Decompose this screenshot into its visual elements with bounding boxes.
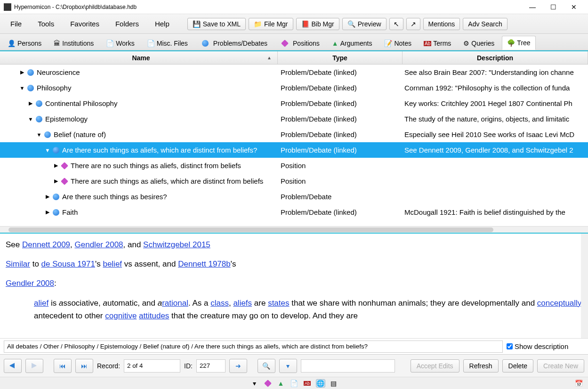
pointer-tool-1-button[interactable]: ↖ (389, 18, 403, 30)
nav-back-button[interactable]: ⯇ (4, 359, 22, 373)
mentions-button[interactable]: Mentions (423, 18, 460, 30)
create-new-button[interactable]: Create New (537, 359, 584, 373)
maximize-button[interactable]: ☐ (543, 0, 564, 14)
term-nav-icon[interactable]: Ab (303, 379, 312, 388)
adv-search-button[interactable]: Adv Search (463, 18, 507, 30)
note-nav-icon[interactable]: 📄 (290, 379, 299, 388)
file-mgr-button[interactable]: 📁File Mgr (249, 18, 293, 30)
row-type: Problem/Debate (278, 193, 403, 201)
table-row[interactable]: ▶Are there such things as besires?Proble… (0, 189, 588, 204)
calendar-icon[interactable]: 📅 (574, 379, 583, 388)
tab-misc-files[interactable]: 📄Misc. Files (142, 37, 193, 50)
tree-toggle-icon[interactable]: ▼ (44, 147, 51, 153)
tab-tree[interactable]: 🌳Tree (502, 36, 535, 50)
link-alief[interactable]: alief (34, 299, 48, 308)
link-gendler-2008[interactable]: Gendler 2008 (75, 240, 123, 249)
table-row[interactable]: ▶FaithProblem/Debate (linked)McDougall 1… (0, 204, 588, 220)
tree-toggle-icon[interactable]: ▶ (27, 100, 34, 106)
tab-problems[interactable]: Problems/Debates (195, 37, 272, 50)
tree-toggle-icon[interactable]: ▶ (44, 209, 51, 215)
link-gendler-2008-b[interactable]: Gendler 2008 (6, 279, 54, 288)
column-name[interactable]: Name▲ (0, 51, 278, 64)
link-dennett-1978b[interactable]: Dennett 1978b (178, 259, 231, 268)
search-field[interactable] (301, 359, 395, 373)
layout-nav-icon[interactable]: ▤ (329, 379, 338, 388)
menu-tools[interactable]: Tools (31, 18, 61, 30)
description-pane[interactable]: See Dennett 2009, Gendler 2008, and Schw… (0, 234, 588, 338)
nav-first-button[interactable]: ⏮ (54, 359, 72, 373)
dropdown-icon[interactable]: ▾ (250, 379, 259, 388)
search-button[interactable]: 🔍 (258, 359, 275, 373)
breadcrumb-field[interactable] (4, 340, 503, 353)
tab-terms[interactable]: AbTerms (419, 37, 456, 50)
tree-toggle-icon[interactable]: ▼ (27, 116, 34, 122)
nav-forward-button[interactable]: ⯈ (25, 359, 43, 373)
title-bar: Hypernomicon - C:\Dropbox\phildb\databas… (0, 0, 588, 14)
link-de-sousa-1971[interactable]: de Sousa 1971 (41, 259, 95, 268)
link-belief[interactable]: belief (103, 259, 122, 268)
tree-toggle-icon[interactable]: ▶ (19, 69, 25, 75)
menu-folders[interactable]: Folders (109, 18, 145, 30)
table-row[interactable]: ▶There are no such things as aliefs, dis… (0, 158, 588, 173)
link-similar[interactable]: Similar (6, 259, 30, 268)
web-nav-icon[interactable]: 🌐 (316, 379, 325, 388)
minimize-button[interactable]: — (522, 0, 543, 14)
position-icon (61, 162, 68, 170)
column-description[interactable]: Description (403, 51, 588, 64)
column-type[interactable]: Type (278, 51, 403, 64)
search-dropdown-button[interactable]: ▾ (279, 359, 297, 373)
link-rational[interactable]: rational (162, 299, 188, 308)
link-attitudes[interactable]: attitudes (139, 311, 169, 320)
save-icon: 💾 (193, 20, 201, 28)
tree-toggle-icon[interactable]: ▶ (53, 178, 59, 184)
tree-toggle-icon[interactable]: ▶ (44, 194, 51, 200)
pointer-tool-2-button[interactable]: ↗ (406, 18, 420, 30)
menu-help[interactable]: Help (148, 18, 176, 30)
link-aliefs[interactable]: aliefs (233, 299, 252, 308)
tree-toggle-icon[interactable]: ▶ (53, 162, 59, 169)
save-to-xml-button[interactable]: 💾Save to XML (187, 18, 246, 30)
table-row[interactable]: ▼Belief (nature of)Problem/Debate (linke… (0, 127, 588, 142)
vertical-scrollbar[interactable] (581, 234, 588, 338)
tree-toggle-icon[interactable]: ▼ (19, 85, 25, 91)
record-field[interactable] (124, 359, 180, 373)
go-to-id-button[interactable]: ➜ (229, 359, 247, 373)
table-row[interactable]: ▼PhilosophyProblem/Debate (linked)Cornma… (0, 80, 588, 96)
id-field[interactable] (196, 359, 226, 373)
tab-queries[interactable]: ⚙Queries (459, 37, 499, 50)
nav-last-button[interactable]: ⏭ (75, 359, 93, 373)
table-row[interactable]: ▶NeuroscienceProblem/Debate (linked)See … (0, 65, 588, 80)
delete-button[interactable]: Delete (502, 359, 533, 373)
table-row[interactable]: ▼EpistemologyProblem/Debate (linked)The … (0, 111, 588, 127)
tab-works[interactable]: 📄Works (101, 37, 139, 50)
link-states[interactable]: states (268, 299, 289, 308)
table-row[interactable]: ▼Are there such things as aliefs, which … (0, 142, 588, 158)
table-row[interactable]: ▶There are such things as aliefs, which … (0, 173, 588, 189)
tree-toggle-icon[interactable]: ▼ (36, 132, 42, 138)
tab-institutions[interactable]: 🏛Institutions (49, 37, 98, 50)
link-conceptually[interactable]: conceptually (537, 299, 582, 308)
bib-mgr-button[interactable]: 📕Bib Mgr (296, 18, 339, 30)
tab-persons[interactable]: 👤Persons (3, 37, 46, 50)
menu-favorites[interactable]: Favorites (64, 18, 106, 30)
accept-edits-button[interactable]: Accept Edits (411, 359, 459, 373)
table-row[interactable]: ▶Continental PhilosophyProblem/Debate (l… (0, 96, 588, 111)
tab-arguments[interactable]: ▲Arguments (327, 37, 377, 50)
argument-nav-icon[interactable]: ▲ (276, 379, 286, 388)
link-dennett-2009[interactable]: Dennett 2009 (22, 240, 70, 249)
table-body[interactable]: ▶NeuroscienceProblem/Debate (linked)See … (0, 65, 588, 226)
refresh-button[interactable]: Refresh (463, 359, 499, 373)
close-button[interactable]: ✕ (564, 0, 584, 14)
menu-file[interactable]: File (4, 18, 28, 30)
horizontal-scrollbar[interactable] (0, 226, 588, 233)
tab-notes[interactable]: 📝Notes (379, 37, 416, 50)
preview-button[interactable]: 🔍Preview (342, 18, 387, 30)
link-class[interactable]: class (210, 299, 229, 308)
show-description-checkbox[interactable] (507, 343, 513, 349)
row-description: Cornman 1992: "Philosophy is the collect… (403, 84, 588, 92)
menu-bar: File Tools Favorites Folders Help 💾Save … (0, 14, 588, 34)
tab-positions[interactable]: Positions (275, 37, 324, 50)
link-cognitive[interactable]: cognitive (105, 311, 137, 320)
link-schwitzgebel-2015[interactable]: Schwitzgebel 2015 (143, 240, 210, 249)
position-nav-icon[interactable] (263, 379, 273, 388)
